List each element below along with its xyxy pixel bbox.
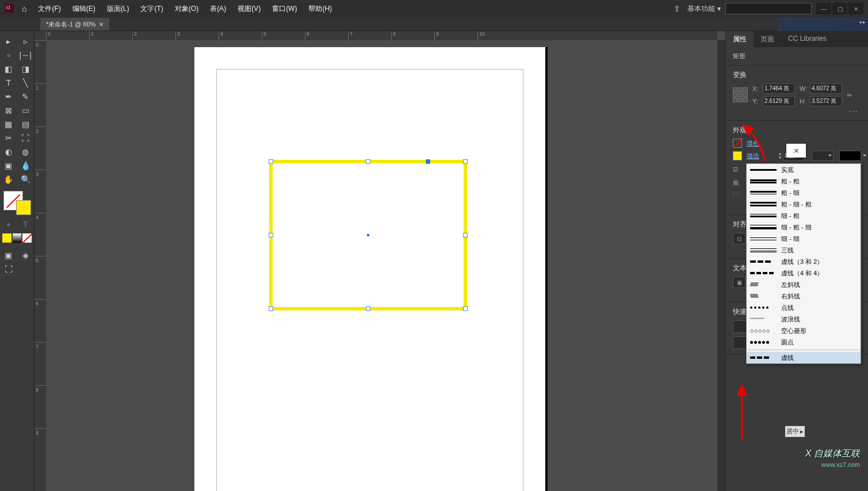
stroke-style-solid[interactable]: 实底 [747, 164, 861, 175]
stroke-style-dash44[interactable]: 虚线（4 和 4） [747, 267, 861, 279]
popup-close-button[interactable]: ✕ [786, 144, 806, 158]
tab-properties[interactable]: 属性 [726, 31, 754, 47]
handle-bl[interactable] [269, 306, 273, 311]
wrap-none-button[interactable]: ▣ [733, 277, 745, 288]
panel-expand-icon[interactable]: ▸▸ [860, 20, 866, 25]
rectangle-tool[interactable]: ▭ [17, 103, 35, 117]
align-frame-button[interactable]: ⊡ [733, 233, 745, 244]
hand-tool[interactable]: ✋ [0, 172, 17, 186]
scissors-tool[interactable]: ✂ [0, 131, 17, 145]
format-container-icon[interactable]: ▫ [0, 217, 17, 231]
stroke-style-diamond[interactable]: ◇◇◇◇◇空心菱形 [747, 325, 861, 336]
minimize-button[interactable]: — [816, 3, 831, 14]
stroke-style-filled-dots[interactable]: 圆点 [747, 336, 861, 348]
transform-more-icon[interactable]: ··· [733, 106, 861, 116]
gradient-feather-tool[interactable]: ◍ [17, 145, 35, 159]
workspace-switcher[interactable]: 基本功能▾ [687, 4, 721, 14]
handle-tc[interactable] [366, 159, 370, 164]
close-button[interactable]: ✕ [848, 3, 863, 14]
handle-tl[interactable] [269, 159, 273, 164]
home-icon[interactable]: ⌂ [22, 4, 26, 13]
ruler-horizontal[interactable]: 0 1 2 3 4 5 6 7 8 9 10 [46, 31, 717, 40]
handle-tr[interactable] [463, 159, 468, 164]
nav-next-icon[interactable]: ▸ [800, 428, 804, 435]
stroke-swatch[interactable] [16, 200, 31, 215]
content-collector-tool[interactable]: ◧ [0, 62, 17, 76]
stroke-style-hatch-l[interactable]: /////////左斜线 [747, 279, 861, 290]
y-input[interactable] [763, 96, 795, 106]
selection-tool[interactable]: ▸ [0, 34, 17, 48]
page[interactable] [194, 47, 545, 491]
canvas[interactable]: 0 1 2 3 4 5 6 7 8 9 10 0 1 2 3 4 5 6 7 8… [35, 31, 725, 491]
type-tool[interactable]: T [0, 76, 17, 90]
selected-rectangle[interactable] [269, 160, 467, 310]
handle-mr[interactable] [463, 233, 468, 237]
h-input[interactable] [810, 96, 842, 106]
normal-view-icon[interactable]: ▣ [0, 248, 17, 262]
gap-tool[interactable]: |↔| [17, 48, 35, 62]
format-text-icon[interactable]: T [17, 217, 35, 231]
preview-view-icon[interactable]: ◈ [17, 248, 35, 262]
w-input[interactable] [810, 83, 842, 94]
x-input[interactable] [763, 83, 795, 94]
free-transform-tool[interactable]: ⛶ [17, 131, 35, 145]
stroke-style-thinthin[interactable]: 细 - 细 [747, 233, 861, 244]
fill-label[interactable]: 填色 [747, 139, 759, 148]
line-tool[interactable]: ╲ [17, 76, 35, 90]
apply-gradient[interactable] [13, 233, 22, 243]
stroke-swatch-icon[interactable] [733, 151, 742, 160]
handle-ml[interactable] [269, 233, 273, 237]
ruler-origin[interactable] [35, 31, 46, 40]
eyedropper-tool[interactable]: 💧 [17, 159, 35, 172]
tab-close-icon[interactable]: ✕ [99, 21, 104, 28]
ruler-vertical[interactable]: 0 1 2 3 4 5 6 7 8 9 [35, 40, 46, 491]
stroke-style-thickthick[interactable]: 粗 - 粗 [747, 175, 861, 187]
page-nav-fragment[interactable]: 居中▸ [785, 426, 805, 437]
handle-bc[interactable] [366, 306, 370, 311]
tab-pages[interactable]: 页面 [754, 31, 781, 47]
menu-file[interactable]: 文件(F) [32, 4, 66, 14]
document-tab[interactable]: *未命名-1 @ 80% ✕ [40, 18, 109, 30]
pencil-tool[interactable]: ✎ [17, 90, 35, 103]
menu-layout[interactable]: 版面(L) [101, 4, 135, 14]
handle-control[interactable] [426, 159, 430, 164]
rectangle-frame-tool[interactable]: ⊠ [0, 103, 17, 117]
search-input[interactable] [725, 3, 812, 14]
menu-view[interactable]: 视图(V) [232, 4, 266, 14]
content-placer-tool[interactable]: ◨ [17, 62, 35, 76]
menu-window[interactable]: 窗口(W) [266, 4, 303, 14]
stroke-style-thickthin[interactable]: 粗 - 细 [747, 187, 861, 198]
maximize-button[interactable]: ▢ [832, 3, 847, 14]
grid-tool[interactable]: ▦ [0, 117, 17, 131]
stroke-weight-dropdown[interactable] [812, 151, 833, 161]
zoom-tool[interactable]: 🔍 [17, 172, 35, 186]
share-icon[interactable]: ⇪ [674, 4, 680, 13]
note-tool[interactable]: ▣ [0, 159, 17, 172]
stroke-style-dashed[interactable]: 虚线 [747, 352, 861, 363]
stroke-style-thinthick[interactable]: 细 - 粗 [747, 210, 861, 221]
stroke-style-triple[interactable]: 三线 [747, 244, 861, 256]
fill-swatch-icon[interactable] [733, 139, 742, 148]
stroke-style-dots[interactable]: 点线 [747, 302, 861, 313]
corner-icon[interactable]: ⊡ [733, 166, 742, 173]
tab-cc-libraries[interactable]: CC Libraries [781, 31, 833, 47]
screen-mode-icon[interactable]: ⛶ [0, 262, 17, 276]
scrollbar-vertical[interactable] [717, 40, 725, 491]
page-tool[interactable]: ▫ [0, 48, 17, 62]
menu-help[interactable]: 帮助(H) [303, 4, 338, 14]
handle-br[interactable] [463, 306, 468, 311]
pen-tool[interactable]: ✒ [0, 90, 17, 103]
reference-point[interactable] [733, 87, 748, 102]
stroke-style-thickthinthick[interactable]: 粗 - 细 - 粗 [747, 198, 861, 210]
gradient-swatch-tool[interactable]: ◐ [0, 145, 17, 159]
fx-icon[interactable]: ⬚ [733, 190, 742, 198]
stroke-style-hatch-r[interactable]: \\\\\\\\\右斜线 [747, 290, 861, 302]
menu-object[interactable]: 对象(O) [169, 4, 204, 14]
direct-selection-tool[interactable]: ▹ [17, 34, 35, 48]
apply-none[interactable] [22, 233, 32, 243]
stroke-style-dropdown[interactable] [839, 151, 861, 161]
stroke-style-wave[interactable]: 〰〰波浪线 [747, 313, 861, 325]
table-tool[interactable]: ▤ [17, 117, 35, 131]
stroke-style-thinthickthin[interactable]: 细 - 粗 - 细 [747, 221, 861, 233]
stroke-label[interactable]: 描边 [747, 152, 759, 160]
